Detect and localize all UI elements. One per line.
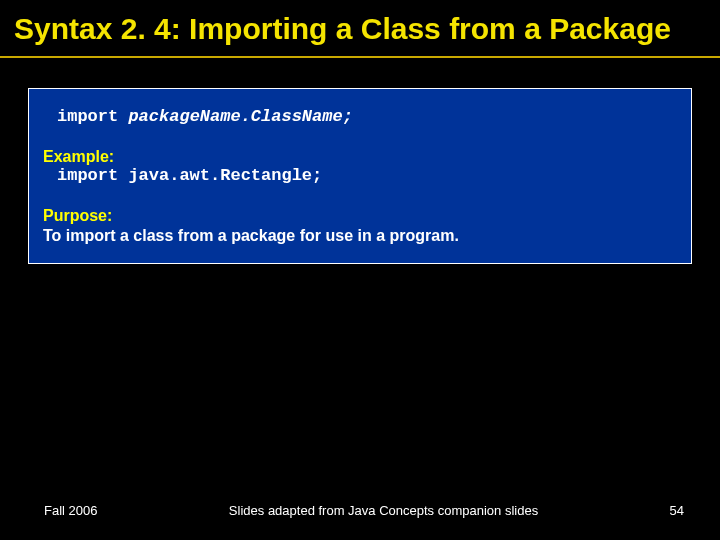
content-panel: import packageName.ClassName; Example: i…	[28, 88, 692, 264]
purpose-text: To import a class from a package for use…	[43, 227, 677, 245]
purpose-label: Purpose:	[43, 207, 677, 225]
syntax-definition: import packageName.ClassName;	[57, 107, 677, 126]
syntax-keyword: import	[57, 107, 128, 126]
footer-attribution: Slides adapted from Java Concepts compan…	[97, 503, 669, 518]
example-label: Example:	[43, 148, 677, 166]
slide-number: 54	[670, 503, 684, 518]
example-code: import java.awt.Rectangle;	[57, 166, 677, 185]
slide-title: Syntax 2. 4: Importing a Class from a Pa…	[14, 10, 706, 48]
slide-footer: Fall 2006 Slides adapted from Java Conce…	[0, 503, 720, 518]
title-container: Syntax 2. 4: Importing a Class from a Pa…	[0, 0, 720, 58]
footer-term: Fall 2006	[44, 503, 97, 518]
syntax-generic: packageName.ClassName;	[128, 107, 352, 126]
